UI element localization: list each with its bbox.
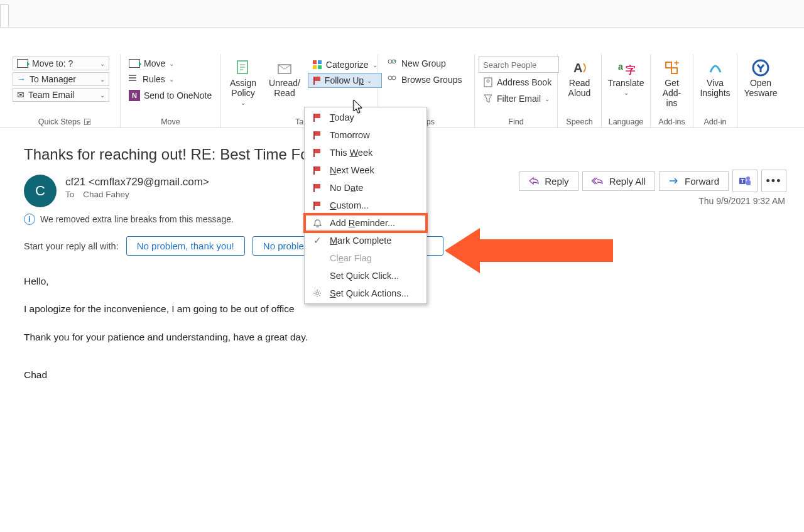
menu-clear-flag: Clear Flag — [305, 249, 426, 267]
svg-rect-22 — [746, 180, 751, 185]
to-line: ToChad Fahey — [65, 190, 209, 199]
sender-name: cf21 <cmflax729@gmail.com> — [65, 176, 209, 188]
unread-read-button[interactable]: Unread/ Read — [264, 57, 305, 98]
svg-rect-5 — [318, 65, 322, 69]
group-label-move: Move — [124, 116, 217, 126]
policy-icon — [234, 59, 252, 77]
address-book-button[interactable]: Address Book — [479, 75, 556, 89]
flag-icon — [313, 166, 322, 175]
menu-custom[interactable]: Custom... — [305, 197, 426, 214]
suggested-reply-1[interactable]: No problem, thank you! — [126, 236, 245, 256]
get-addins-button[interactable]: + Get Add-ins — [655, 57, 689, 108]
browse-groups-button[interactable]: Browse Groups — [382, 73, 466, 87]
yesware-icon — [752, 59, 769, 77]
move-button[interactable]: Move⌄ — [124, 57, 178, 70]
svg-rect-15 — [666, 62, 671, 68]
menu-no-date[interactable]: No Date — [305, 179, 426, 197]
read-aloud-button[interactable]: A Read Aloud — [562, 57, 597, 98]
address-book-icon — [483, 77, 493, 87]
open-yesware-button[interactable]: Open Yesware — [741, 57, 780, 98]
bell-icon — [312, 219, 322, 228]
menu-today[interactable]: Today — [305, 109, 426, 126]
translate-button[interactable]: a字 Translate⌄ — [606, 57, 646, 97]
group-label-viva: Add-in — [697, 116, 733, 126]
quickstep-to-manager[interactable]: → To Manager⌄ — [13, 72, 109, 86]
read-aloud-icon: A — [571, 59, 589, 77]
to-manager-icon: → — [17, 74, 26, 84]
flag-icon — [313, 202, 322, 210]
reply-icon — [528, 176, 540, 185]
rules-button[interactable]: Rules⌄ — [124, 72, 178, 86]
svg-point-21 — [746, 176, 750, 180]
flag-icon — [313, 114, 322, 122]
flag-icon — [313, 77, 322, 85]
forward-icon — [668, 176, 680, 185]
reply-all-button[interactable]: Reply All — [582, 171, 655, 191]
follow-up-button[interactable]: Follow Up⌄ — [308, 73, 382, 88]
envelope-icon: ✉ — [17, 90, 24, 100]
viva-insights-button[interactable]: Viva Insights — [697, 57, 733, 98]
svg-text:a: a — [618, 62, 623, 72]
follow-up-menu: Today Tomorrow This Week Next Week No Da… — [304, 107, 427, 304]
menu-next-week[interactable]: Next Week — [305, 161, 426, 179]
people-icon — [386, 75, 398, 85]
title-bar — [0, 0, 804, 28]
categorize-button[interactable]: Categorize⌄ — [308, 58, 382, 72]
new-group-button[interactable]: New Group — [382, 57, 450, 70]
suggested-replies-label: Start your reply all with: — [24, 241, 119, 251]
viva-icon — [707, 59, 724, 77]
message-date: Thu 9/9/2021 9:32 AM — [698, 196, 785, 206]
menu-this-week[interactable]: This Week — [305, 144, 426, 161]
ellipsis-icon: ••• — [766, 175, 782, 188]
rules-icon — [129, 75, 139, 84]
check-icon: ✓ — [312, 236, 322, 246]
teams-icon: T — [738, 174, 752, 188]
sender-avatar[interactable]: C — [24, 175, 57, 207]
more-actions-button[interactable]: ••• — [761, 170, 786, 192]
quickstep-team-email[interactable]: ✉ Team Email⌄ — [13, 88, 109, 102]
svg-point-23 — [316, 292, 318, 295]
teams-share-button[interactable]: T — [732, 170, 758, 192]
addins-icon: + — [663, 59, 681, 77]
flag-icon — [313, 131, 322, 139]
ribbon-spacer — [0, 28, 804, 54]
svg-point-9 — [392, 76, 396, 80]
svg-rect-2 — [313, 60, 317, 64]
group-label-speech: Speech — [562, 116, 597, 126]
window-tab[interactable] — [0, 4, 9, 27]
info-icon: i — [24, 214, 35, 225]
onenote-icon: N — [129, 90, 140, 101]
group-label-addins: Add-ins — [655, 116, 689, 126]
svg-text:+: + — [674, 60, 679, 68]
reply-button[interactable]: Reply — [519, 171, 578, 191]
menu-mark-complete[interactable]: ✓ Mark Complete — [305, 232, 426, 249]
people-plus-icon — [386, 58, 398, 68]
search-people-input[interactable] — [479, 57, 559, 73]
menu-set-quick-click[interactable]: Set Quick Click... — [305, 267, 426, 285]
svg-point-8 — [388, 76, 392, 80]
group-label-find: Find — [479, 116, 553, 126]
forward-button[interactable]: Forward — [659, 171, 729, 191]
menu-set-quick-actions[interactable]: Set Quick Actions... — [305, 285, 426, 302]
reply-all-icon — [592, 176, 604, 185]
gear-icon — [312, 289, 322, 298]
svg-rect-3 — [318, 60, 322, 64]
categorize-icon — [312, 60, 322, 70]
filter-email-button[interactable]: Filter Email⌄ — [479, 92, 554, 106]
svg-rect-16 — [671, 68, 677, 73]
flag-icon — [313, 184, 322, 192]
quickstep-move-to[interactable]: Move to: ?⌄ — [13, 57, 109, 70]
assign-policy-button[interactable]: Assign Policy⌄ — [225, 57, 261, 107]
svg-rect-4 — [313, 65, 317, 69]
send-to-onenote-button[interactable]: NSend to OneNote — [124, 88, 216, 103]
envelope-open-icon — [276, 59, 293, 77]
message-actions: Reply Reply All Forward T ••• — [519, 170, 786, 192]
group-label-quicksteps: Quick Steps — [38, 117, 80, 126]
translate-icon: a字 — [617, 59, 635, 77]
folder-move-icon — [17, 59, 28, 68]
group-label-language: Language — [606, 116, 646, 126]
menu-add-reminder[interactable]: Add Reminder... — [305, 214, 426, 232]
svg-text:字: 字 — [626, 64, 635, 75]
menu-tomorrow[interactable]: Tomorrow — [305, 126, 426, 144]
dialog-launcher-icon[interactable] — [84, 119, 90, 125]
